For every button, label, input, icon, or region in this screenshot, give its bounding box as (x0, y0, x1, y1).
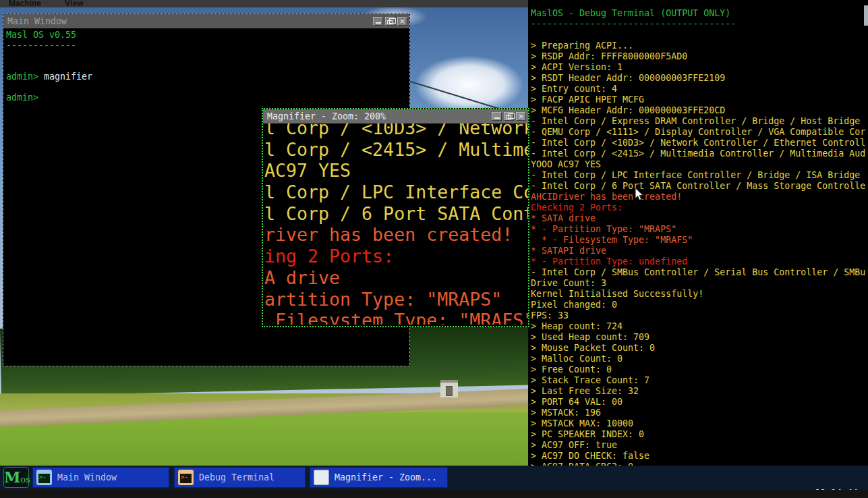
line-segment: > AC97 OFF: true (531, 440, 617, 450)
magnifier-titlebar[interactable]: Magnifier - Zoom: 200% × (263, 109, 528, 123)
terminal-line: admin> magnifier (6, 72, 409, 82)
line-segment: magnifier (38, 72, 92, 82)
terminal-line: > MSTACK MAX: 10000 (531, 418, 868, 429)
terminal-line: AHCIDriver has been created! (531, 192, 868, 202)
minimize-button[interactable] (373, 17, 383, 26)
magnified-text: l Corp / <10D3> / Networkl Corp / <2415>… (264, 123, 528, 325)
terminal-line: FPS: 33 (531, 310, 868, 321)
line-segment: > PORT 64 VAL: 00 (531, 397, 623, 407)
line-segment: * SATAPI drive (531, 246, 606, 256)
taskbar-item-label: Magnifier - Zoom... (335, 472, 437, 482)
line-segment: l Corp / 6 Port SATA Contr (264, 203, 528, 224)
line-segment: > Mouse Packet Count: 0 (531, 343, 655, 353)
line-segment: artition Type: "MRAPS" (264, 289, 502, 310)
terminal-line: l Corp / <2415> / Multimed (264, 139, 528, 161)
line-segment: > MSTACK: 196 (531, 408, 601, 418)
close-icon: × (398, 18, 407, 26)
debug-terminal-underline: -------------------------------------- (531, 19, 736, 29)
terminal-line: > Stack Trace Count: 7 (531, 375, 868, 386)
terminal-line: river has been created! (264, 224, 528, 246)
terminal-line: > FACP APIC HPET MCFG (531, 94, 868, 105)
maximize-button[interactable] (504, 112, 514, 121)
taskbar-item-magnifier[interactable]: PGM Magnifier - Zoom... (310, 467, 448, 488)
line-segment: Kernel Initialised Successfully! (531, 289, 703, 299)
line-segment: AC97 YES (264, 160, 351, 181)
cloud (403, 38, 535, 119)
taskbar-item-debug-terminal[interactable]: >- Debug Terminal (174, 467, 306, 488)
line-segment: l Corp / <10D3> / Network (264, 123, 528, 138)
menu-item-machine[interactable]: Machine (9, 0, 41, 7)
menu-item-view[interactable]: View (65, 0, 83, 7)
terminal-line: > AC97 OFF: true (531, 440, 868, 451)
terminal-line: - Intel Corp / LPC Interface Controller … (531, 170, 868, 181)
scrollbar[interactable] (864, 5, 868, 26)
line-segment: > Preparing ACPI... (531, 40, 633, 51)
line-segment: l Corp / <2415> / Multimed (264, 139, 528, 160)
line-segment: > MSTACK MAX: 10000 (531, 418, 633, 428)
line-segment: > MCFG Header Addr: 000000003FFE20CD (531, 105, 725, 115)
main-window-title: Main Window (7, 16, 67, 26)
line-segment: > Heap count: 724 (531, 321, 623, 331)
line-segment: - Intel Corp / 6 Port SATA Controller / … (531, 181, 865, 191)
terminal-line: > Preparing ACPI... (531, 40, 868, 51)
line-segment: FPS: 33 (531, 310, 569, 321)
terminal-line: - Intel Corp / <2415> / Multimedia Contr… (531, 148, 868, 159)
terminal-line: > Heap count: 724 (531, 321, 868, 332)
terminal-line: * - Partition Type: "MRAPS" (531, 224, 868, 235)
terminal-line: > Last Free Size: 32 (531, 386, 868, 397)
terminal-line: Kernel Initialised Successfully! (531, 289, 868, 300)
minimize-button[interactable] (492, 112, 502, 121)
line-segment: > Last Free Size: 32 (531, 386, 639, 396)
terminal-line: AC97 YES (264, 160, 528, 182)
main-window-titlebar[interactable]: Main Window × (3, 14, 409, 28)
line-segment: A drive (264, 267, 340, 288)
terminal-line: > Entry count: 4 (531, 84, 868, 94)
maximize-button[interactable] (385, 17, 395, 26)
terminal-line: > Used Heap count: 709 (531, 332, 868, 343)
window-controls: × (492, 112, 526, 121)
terminal-icon: >- (178, 470, 194, 485)
terminal-line: > Free Count: 0 (531, 364, 868, 375)
shed-door (446, 386, 453, 396)
line-segment: * - Partition Type: undefined (531, 256, 687, 267)
line-segment: Masl OS v0.55 (6, 30, 76, 40)
line-segment: Drive Count: 3 (531, 278, 606, 288)
line-segment: > Free Count: 0 (531, 364, 612, 375)
line-segment: - Intel Corp / <10D3> / Network Controll… (531, 138, 865, 148)
terminal-line: Checking 2 Ports: (531, 202, 868, 213)
terminal-line: * - Partition Type: undefined (531, 256, 868, 267)
terminal-line: > ACPI Version: 1 (531, 62, 868, 73)
line-segment: * SATA drive (531, 213, 596, 223)
taskbar: Mos >- Main Window >- Debug Terminal PGM… (0, 466, 868, 490)
line-segment: l Corp / LPC Interface Con (264, 182, 528, 202)
program-window-icon: PGM (314, 470, 329, 485)
terminal-line: Filesystem Type: "MRAFS" (264, 310, 528, 325)
line-segment: admin> (6, 92, 38, 103)
minimize-icon (376, 22, 381, 24)
close-button[interactable]: × (397, 17, 407, 26)
line-segment: YOOO AC97 YES (531, 159, 601, 169)
terminal-line: > MSTACK: 196 (531, 408, 868, 418)
start-button[interactable]: Mos (3, 467, 29, 488)
line-segment: > Malloc Count: 0 (531, 354, 623, 364)
terminal-line: > RSDT Header Addr: 000000003FFE2109 (531, 73, 868, 84)
terminal-line: - Intel Corp / 6 Port SATA Controller / … (531, 181, 868, 192)
terminal-line: artition Type: "MRAPS" (264, 289, 528, 310)
terminal-line: - Intel Corp / <10D3> / Network Controll… (531, 138, 868, 148)
line-segment: > PC SPEAKER INDEX: 0 (531, 429, 644, 439)
terminal-line: > Malloc Count: 0 (531, 354, 868, 364)
line-segment: - Intel Corp / LPC Interface Controller … (531, 170, 860, 180)
terminal-icon: >- (36, 470, 52, 485)
debug-terminal-title: MaslOS - Debug Terminal (OUTPUT ONLY) (531, 8, 730, 18)
terminal-line: > PC SPEAKER INDEX: 0 (531, 429, 868, 440)
taskbar-item-main-window[interactable]: >- Main Window (32, 467, 169, 488)
line-segment: > RSDP Addr: FFFF8000000F5AD0 (531, 51, 687, 61)
terminal-line: YOOO AC97 YES (531, 159, 868, 170)
terminal-line: > MCFG Header Addr: 000000003FFE20CD (531, 105, 868, 116)
terminal-line (6, 82, 409, 93)
terminal-line: l Corp / 6 Port SATA Contr (264, 203, 528, 225)
close-button[interactable]: × (516, 112, 526, 121)
terminal-line (6, 61, 409, 72)
shed (440, 380, 458, 397)
shell-output[interactable]: Masl OS v0.55-------------admin> magnifi… (3, 28, 409, 103)
